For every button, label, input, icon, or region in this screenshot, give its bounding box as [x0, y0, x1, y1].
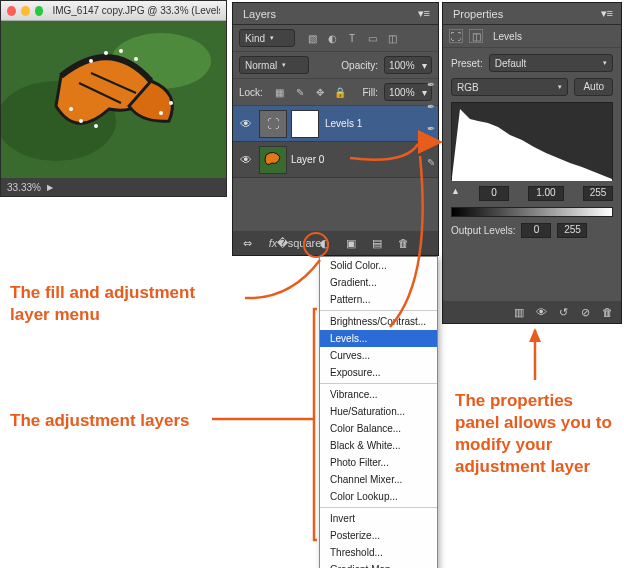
channel-select[interactable]: RGB▾: [451, 78, 568, 96]
output-black-input[interactable]: 0: [521, 223, 551, 238]
preset-label: Preset:: [451, 58, 483, 69]
menu-item[interactable]: Solid Color...: [320, 257, 437, 274]
lock-position-icon[interactable]: ✥: [313, 85, 327, 99]
slider-handle-icon[interactable]: ▲: [451, 186, 460, 201]
menu-item[interactable]: Brightness/Contrast...: [320, 313, 437, 330]
filter-adjustment-icon[interactable]: ◐: [325, 31, 339, 45]
visibility-toggle-icon[interactable]: 👁: [233, 117, 259, 131]
layer-row-image[interactable]: 👁 Layer 0: [233, 142, 438, 178]
zoom-level[interactable]: 33.33%: [7, 182, 41, 193]
output-white-input[interactable]: 255: [557, 223, 587, 238]
svg-point-5: [119, 49, 123, 53]
auto-button[interactable]: Auto: [574, 78, 613, 96]
levels-histogram-icon: ⛶: [267, 117, 279, 131]
svg-point-6: [134, 57, 138, 61]
input-white-input[interactable]: 255: [583, 186, 613, 201]
filter-type-icon[interactable]: T: [345, 31, 359, 45]
link-layers-icon[interactable]: ⇔: [239, 235, 255, 251]
close-icon[interactable]: [7, 6, 16, 16]
input-levels-row: ▲ 0 1.00 255: [451, 186, 613, 201]
panel-menu-icon[interactable]: ▾≡: [593, 7, 621, 20]
layers-tab[interactable]: Layers: [233, 4, 286, 24]
view-previous-icon[interactable]: 👁: [533, 304, 549, 320]
mask-icon[interactable]: ◫: [469, 29, 483, 43]
histogram[interactable]: [451, 102, 613, 180]
opacity-input[interactable]: 100%▾: [384, 56, 432, 74]
layers-panel-header: Layers ▾≡: [233, 3, 438, 25]
filter-pixel-icon[interactable]: ▧: [305, 31, 319, 45]
eyedropper-black-icon[interactable]: ✒: [424, 77, 438, 91]
menu-item[interactable]: Posterize...: [320, 527, 437, 544]
add-mask-icon[interactable]: �square: [291, 235, 307, 251]
blend-mode-select[interactable]: Normal▾: [239, 56, 309, 74]
properties-panel-header: Properties ▾≡: [443, 3, 621, 25]
properties-tab[interactable]: Properties: [443, 4, 513, 24]
toggle-visibility-icon[interactable]: ⊘: [577, 304, 593, 320]
image-canvas[interactable]: [1, 21, 226, 178]
edit-icon[interactable]: ✎: [424, 155, 438, 169]
new-group-icon[interactable]: ▣: [343, 235, 359, 251]
menu-item[interactable]: Gradient...: [320, 274, 437, 291]
reset-icon[interactable]: ↺: [555, 304, 571, 320]
input-black-input[interactable]: 0: [479, 186, 509, 201]
menu-item[interactable]: Levels...: [320, 330, 437, 347]
menu-item[interactable]: Pattern...: [320, 291, 437, 308]
adjustment-thumb: ⛶: [259, 110, 287, 138]
input-mid-input[interactable]: 1.00: [528, 186, 564, 201]
svg-point-3: [89, 59, 93, 63]
menu-item[interactable]: Hue/Saturation...: [320, 403, 437, 420]
layers-filter-row: Kind▾ ▧ ◐ T ▭ ◫: [233, 25, 438, 52]
output-label: Output Levels:: [451, 225, 515, 236]
chevron-right-icon[interactable]: ▶: [47, 183, 53, 192]
preset-select[interactable]: Default▾: [489, 54, 613, 72]
adjustment-layer-menu[interactable]: Solid Color...Gradient...Pattern...Brigh…: [319, 256, 438, 568]
lock-all-icon[interactable]: 🔒: [333, 85, 347, 99]
annotation-fillmenu: The fill and adjustment layer menu: [10, 282, 230, 326]
butterfly-image: [1, 21, 226, 178]
new-adjustment-icon[interactable]: ◐: [317, 235, 333, 251]
lock-pixels-icon[interactable]: ✎: [293, 85, 307, 99]
svg-point-9: [94, 124, 98, 128]
layer-row-levels[interactable]: 👁 ⛶ Levels 1: [233, 106, 438, 142]
menu-item[interactable]: Color Balance...: [320, 420, 437, 437]
annotation-propspanel: The properties panel allows you to modif…: [455, 390, 620, 478]
image-window: IMG_6147 copy.JPG @ 33.3% (Levels 1,... …: [0, 0, 227, 197]
menu-item[interactable]: Color Lookup...: [320, 488, 437, 505]
filter-type-icons: ▧ ◐ T ▭ ◫: [305, 31, 399, 45]
adjustment-type-label: Levels: [493, 31, 522, 42]
arrow-head-icon: [529, 328, 541, 342]
menu-item[interactable]: Gradient Map...: [320, 561, 437, 568]
filter-shape-icon[interactable]: ▭: [365, 31, 379, 45]
menu-item[interactable]: Invert: [320, 510, 437, 527]
layers-footer: ⇔ fx �square ◐ ▣ ▤ 🗑: [233, 231, 438, 255]
filter-smart-icon[interactable]: ◫: [385, 31, 399, 45]
visibility-toggle-icon[interactable]: 👁: [233, 153, 259, 167]
maximize-icon[interactable]: [35, 6, 44, 16]
eyedropper-gray-icon[interactable]: ✒: [424, 99, 438, 113]
minimize-icon[interactable]: [21, 6, 30, 16]
delete-adjustment-icon[interactable]: 🗑: [599, 304, 615, 320]
menu-item[interactable]: Channel Mixer...: [320, 471, 437, 488]
menu-item[interactable]: Black & White...: [320, 437, 437, 454]
layer-name[interactable]: Levels 1: [325, 118, 362, 129]
menu-item[interactable]: Exposure...: [320, 364, 437, 381]
menu-item[interactable]: Curves...: [320, 347, 437, 364]
layer-name[interactable]: Layer 0: [291, 154, 324, 165]
bracket: [314, 309, 317, 540]
eyedropper-white-icon[interactable]: ✒: [424, 121, 438, 135]
new-layer-icon[interactable]: ▤: [369, 235, 385, 251]
menu-item[interactable]: Vibrance...: [320, 386, 437, 403]
output-gradient[interactable]: [451, 207, 613, 217]
layer-filter-kind[interactable]: Kind▾: [239, 29, 295, 47]
menu-item[interactable]: Threshold...: [320, 544, 437, 561]
window-titlebar[interactable]: IMG_6147 copy.JPG @ 33.3% (Levels 1,...: [1, 1, 226, 21]
clip-to-layer-icon[interactable]: ▥: [511, 304, 527, 320]
layers-blend-row: Normal▾ Opacity: 100%▾: [233, 52, 438, 79]
lock-transparent-icon[interactable]: ▦: [273, 85, 287, 99]
status-bar: 33.33% ▶: [1, 178, 226, 196]
properties-footer: ▥ 👁 ↺ ⊘ 🗑: [443, 301, 621, 323]
menu-item[interactable]: Photo Filter...: [320, 454, 437, 471]
layer-mask-thumb[interactable]: [291, 110, 319, 138]
delete-layer-icon[interactable]: 🗑: [395, 235, 411, 251]
panel-menu-icon[interactable]: ▾≡: [410, 7, 438, 20]
